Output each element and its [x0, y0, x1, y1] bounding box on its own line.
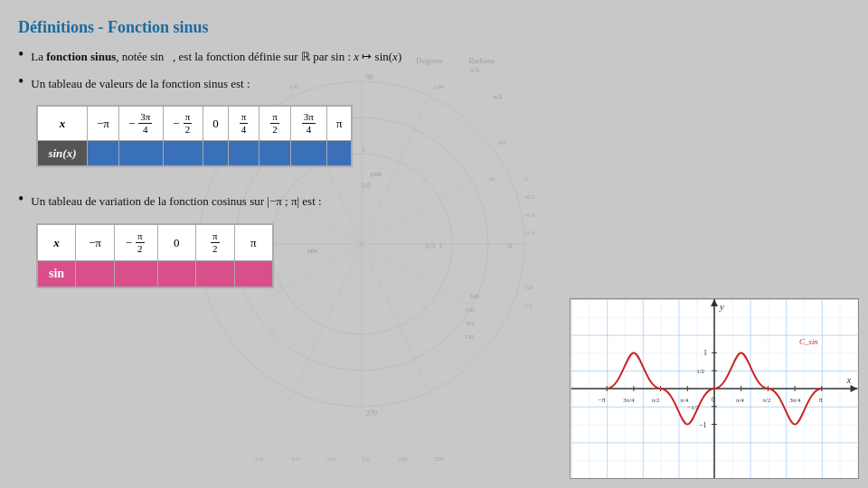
svg-text:3π/4: 3π/4 [789, 397, 801, 403]
value-table: x −π −3π4 −π2 0 π4 π2 [37, 106, 352, 166]
table-header-row: x −π −3π4 −π2 0 π4 π2 [38, 107, 352, 141]
sinx-pi4 [228, 141, 259, 166]
var-neg-pi: −π [76, 224, 115, 260]
bullet-symbol-2: • [18, 72, 24, 91]
svg-text:π/4: π/4 [736, 397, 744, 403]
x-label-cell: x [38, 107, 88, 141]
sin-val-pi [234, 261, 273, 287]
val-3pi4: 3π4 [290, 107, 326, 141]
val-neg-pi2: −π2 [164, 107, 203, 141]
x-axis-label: x [846, 374, 852, 385]
svg-text:sec: sec [466, 319, 476, 327]
svg-text:1/2: 1/2 [696, 368, 704, 374]
sinx-3pi4 [290, 141, 326, 166]
sinx-neg-pi [88, 141, 119, 166]
sine-curve-svg: x y −π 3π/4 π/2 π/4 0 π/4 π/2 3π/ [571, 299, 858, 478]
sine-graph: x y −π 3π/4 π/2 π/4 0 π/4 π/2 3π/ [570, 298, 859, 479]
bullet-3-text: Un tableau de variation de la fonction c… [31, 192, 542, 211]
svg-text:2.0: 2.0 [362, 455, 370, 463]
svg-text:csc: csc [466, 333, 476, 341]
var-0: 0 [157, 224, 196, 260]
table-values: x −π −3π4 −π2 0 π4 π2 [36, 105, 353, 167]
svg-text:π/4: π/4 [680, 397, 688, 403]
svg-text:−1: −1 [699, 421, 706, 429]
val-0: 0 [203, 107, 229, 141]
sin-label-cell: sin [38, 261, 76, 287]
table-sinx-row: sin(x) [38, 141, 352, 166]
bullet-2-text: Un tableau de valeurs de la fonction sin… [31, 75, 542, 93]
var-pi2: π2 [196, 224, 235, 260]
svg-text:-5.0: -5.0 [326, 455, 336, 463]
sinx-neg-pi2 [164, 141, 203, 166]
sinx-neg-3pi4 [118, 141, 163, 166]
content-area: Définitions - Fonction sinus • La foncti… [18, 18, 542, 292]
svg-text:tan: tan [470, 292, 479, 300]
bullet-2: • Un tableau de valeurs de la fonction s… [18, 75, 542, 93]
main-container: 90 0 270 180 30 60 120 150 sin cos tan c… [0, 0, 868, 488]
svg-text:cot: cot [466, 305, 476, 314]
val-pi2: π2 [259, 107, 291, 141]
svg-text:250: 250 [434, 455, 444, 463]
sin-val-pi2 [196, 261, 235, 287]
svg-text:π: π [819, 396, 823, 404]
svg-text:π/2: π/2 [762, 397, 770, 403]
val-pi4: π4 [228, 107, 259, 141]
svg-text:3.1: 3.1 [524, 302, 533, 309]
var-pi: π [234, 224, 273, 260]
svg-text:0: 0 [712, 396, 715, 404]
svg-text:π/2: π/2 [652, 397, 660, 403]
y-axis-label: y [719, 301, 724, 312]
val-neg-3pi4: −3π4 [118, 107, 163, 141]
svg-text:1: 1 [703, 349, 707, 357]
sinx-pi [326, 141, 352, 166]
curve-label: C_sin [799, 337, 818, 346]
svg-text:-3.8: -3.8 [253, 455, 264, 463]
var-header-row: x −π −π2 0 π2 π [38, 224, 273, 260]
sinx-0 [203, 141, 229, 166]
page-title: Définitions - Fonction sinus [18, 18, 542, 37]
sinx-label-cell: sin(x) [38, 141, 88, 166]
svg-text:270: 270 [366, 409, 377, 418]
svg-text:3π/4: 3π/4 [623, 397, 635, 403]
bullet-3: • Un tableau de variation de la fonction… [18, 192, 542, 211]
val-pi: π [326, 107, 352, 141]
variation-table: x −π −π2 0 π2 π sin [37, 224, 273, 287]
var-sin-row: sin [38, 261, 273, 287]
bullet-symbol-1: • [18, 45, 24, 64]
var-neg-pi2: −π2 [114, 224, 157, 260]
bullet-1: • La fonction sinus, notée sin , est la … [18, 48, 542, 66]
var-x-label: x [38, 224, 76, 260]
svg-text:−π: −π [598, 396, 605, 404]
sin-val-neg-pi [76, 261, 115, 287]
svg-text:300: 300 [398, 455, 408, 463]
table-variation: x −π −π2 0 π2 π sin [36, 223, 274, 288]
sin-val-0 [157, 261, 196, 287]
svg-text:-4.0: -4.0 [289, 455, 300, 463]
sinx-pi2 [259, 141, 291, 166]
sin-val-neg-pi2 [114, 261, 157, 287]
bullet-symbol-3: • [18, 190, 24, 209]
val-neg-pi: −π [88, 107, 119, 141]
bullet-1-text: La fonction sinus, notée sin , est la fo… [31, 48, 542, 66]
